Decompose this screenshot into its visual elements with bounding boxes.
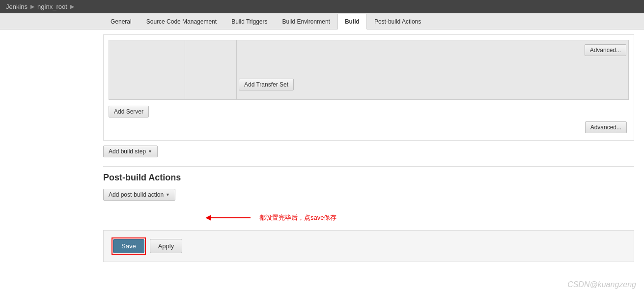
add-post-build-action-button[interactable]: Add post-build action ▼	[103, 189, 175, 201]
annotation-arrow-icon	[206, 210, 255, 225]
annotation-container: 都设置完毕后，点save保存	[206, 210, 336, 225]
add-transfer-set-button[interactable]: Add Transfer Set	[239, 79, 294, 90]
add-server-button[interactable]: Add Server	[109, 106, 149, 118]
tab-build[interactable]: Build	[337, 14, 367, 30]
breadcrumb-sep1: ▶	[30, 3, 34, 10]
add-post-build-label: Add post-build action	[109, 191, 164, 198]
advanced-bottom-button[interactable]: Advanced...	[585, 121, 627, 133]
advanced-top-button[interactable]: Advanced...	[585, 44, 626, 56]
annotation-area: 都设置完毕后，点save保存	[103, 206, 634, 230]
main-content: Advanced... Add Transfer Set Add Server …	[0, 30, 644, 295]
content-panel: Advanced... Add Transfer Set Add Server …	[0, 30, 644, 272]
tab-post-build[interactable]: Post-build Actions	[367, 14, 428, 29]
tab-source-code[interactable]: Source Code Management	[139, 14, 224, 29]
save-highlight-box: Save	[112, 237, 146, 255]
post-build-section: Post-build Actions Add post-build action…	[103, 173, 634, 201]
add-build-step-area: Add build step ▼	[103, 146, 634, 157]
ssh-config-panel: Advanced... Add Transfer Set	[237, 40, 628, 99]
add-server-row: Add Server	[109, 104, 629, 118]
tabbar: General Source Code Management Build Tri…	[0, 13, 644, 30]
tab-build-env[interactable]: Build Environment	[275, 14, 337, 29]
add-build-step-label: Add build step	[109, 148, 146, 155]
save-button[interactable]: Save	[113, 239, 144, 253]
ssh-servers-panel	[109, 40, 185, 99]
apply-button[interactable]: Apply	[150, 239, 183, 253]
breadcrumb-sep2: ▶	[70, 3, 74, 10]
post-build-dropdown-arrow-icon: ▼	[166, 192, 170, 197]
add-build-step-button[interactable]: Add build step ▼	[103, 146, 158, 157]
advanced-top-area: Advanced...	[239, 42, 626, 57]
tab-general[interactable]: General	[103, 14, 139, 29]
action-bar: Save Apply	[103, 230, 634, 262]
tab-build-triggers[interactable]: Build Triggers	[224, 14, 275, 29]
topbar: Jenkins ▶ nginx_root ▶	[0, 0, 644, 13]
ssh-publisher-table: Advanced... Add Transfer Set	[109, 40, 629, 100]
post-build-title: Post-build Actions	[103, 173, 634, 183]
breadcrumb-project[interactable]: nginx_root	[37, 3, 67, 10]
section-divider	[103, 166, 634, 167]
dropdown-arrow-icon: ▼	[148, 149, 152, 154]
ssh-transfers-panel	[185, 40, 237, 99]
add-transfer-area: Add Transfer Set	[239, 79, 626, 90]
build-config-section: Advanced... Add Transfer Set Add Server …	[103, 34, 634, 141]
advanced-bottom-area: Advanced...	[109, 118, 629, 135]
annotation-text: 都设置完毕后，点save保存	[259, 213, 336, 222]
breadcrumb-jenkins[interactable]: Jenkins	[6, 3, 28, 10]
